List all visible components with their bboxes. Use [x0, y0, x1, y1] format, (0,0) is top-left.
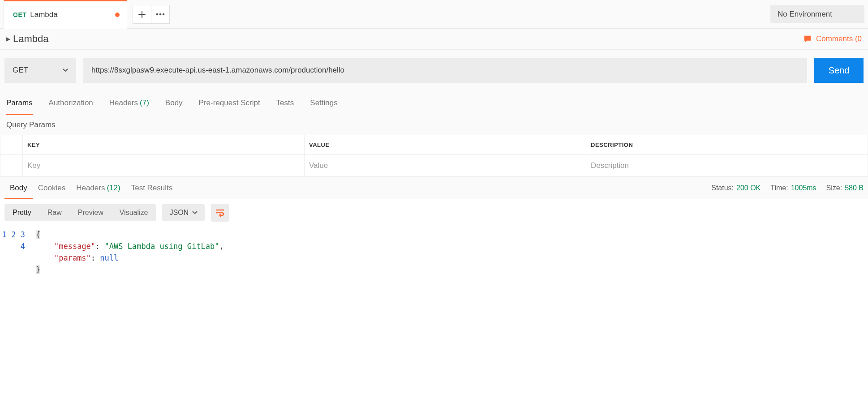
new-tab-button[interactable] [133, 5, 151, 24]
environment-label: No Environment [778, 10, 832, 19]
tab-body[interactable]: Body [165, 91, 183, 115]
response-body: 1 2 3 4 { "message": "AWS Lambda using G… [0, 226, 868, 293]
tab-headers[interactable]: Headers(7) [109, 91, 149, 115]
tab-tests[interactable]: Tests [276, 91, 294, 115]
method-value: GET [13, 66, 28, 75]
url-input[interactable] [83, 58, 807, 83]
resp-tab-body[interactable]: Body [4, 177, 33, 199]
params-table: KEY VALUE DESCRIPTION [0, 135, 868, 177]
col-value: VALUE [305, 135, 586, 155]
code-lines[interactable]: { "message": "AWS Lambda using GitLab", … [36, 229, 868, 275]
view-raw[interactable]: Raw [39, 204, 70, 221]
svg-point-1 [159, 13, 161, 15]
time: Time:1005ms [770, 184, 816, 192]
status: Status:200 OK [711, 184, 761, 192]
section-label: Query Params [0, 115, 868, 135]
tab-bar: GET Lambda No Environment [0, 0, 868, 29]
format-label: JSON [169, 209, 189, 217]
view-mode-group: Pretty Raw Preview Visualize [4, 204, 156, 221]
svg-point-0 [156, 13, 158, 15]
response-tabs: Body Cookies Headers(12) Test Results St… [0, 177, 868, 199]
comment-icon [803, 34, 812, 44]
plus-icon [138, 10, 146, 18]
method-select[interactable]: GET [4, 58, 76, 83]
collapse-icon[interactable]: ▶ [6, 36, 10, 42]
line-gutter: 1 2 3 4 [0, 229, 36, 275]
comments-button[interactable]: Comments (0 [803, 34, 862, 44]
table-row [0, 155, 868, 177]
tab-method: GET [13, 11, 26, 18]
tab-actions-button[interactable] [151, 5, 170, 24]
key-input[interactable] [27, 161, 300, 170]
tab-settings[interactable]: Settings [310, 91, 337, 115]
title-row: ▶ Lambda Comments (0 [0, 29, 868, 50]
resp-tab-cookies[interactable]: Cookies [33, 177, 71, 199]
size: Size:580 B [826, 184, 864, 192]
value-input[interactable] [309, 161, 581, 170]
unsaved-dot-icon [115, 13, 120, 17]
send-label: Send [829, 65, 850, 76]
resp-tab-headers[interactable]: Headers(12) [71, 177, 126, 199]
tab-prerequest[interactable]: Pre-request Script [199, 91, 260, 115]
view-preview[interactable]: Preview [70, 204, 112, 221]
svg-point-2 [162, 13, 164, 15]
request-name: Lambda [13, 33, 49, 45]
response-meta: Status:200 OK Time:1005ms Size:580 B [711, 184, 864, 192]
ellipsis-icon [156, 13, 165, 16]
comments-label: Comments (0 [816, 34, 862, 43]
view-toolbar: Pretty Raw Preview Visualize JSON [0, 199, 868, 226]
send-button[interactable]: Send [814, 58, 864, 83]
chevron-down-icon [63, 69, 68, 72]
resp-tab-tests[interactable]: Test Results [126, 177, 178, 199]
request-tabs: Params Authorization Headers(7) Body Pre… [0, 91, 868, 115]
tab-title: Lambda [30, 10, 57, 19]
col-handle [0, 135, 23, 155]
wrap-lines-button[interactable] [211, 204, 229, 222]
view-pretty[interactable]: Pretty [4, 204, 39, 221]
col-key: KEY [23, 135, 305, 155]
tab-params[interactable]: Params [6, 91, 33, 115]
environment-select[interactable]: No Environment [770, 5, 864, 23]
request-tab[interactable]: GET Lambda [4, 0, 127, 29]
col-desc: DESCRIPTION [586, 135, 868, 155]
wrap-icon [215, 209, 225, 217]
desc-input[interactable] [591, 161, 863, 170]
chevron-down-icon [192, 211, 198, 214]
view-visualize[interactable]: Visualize [112, 204, 156, 221]
tab-authorization[interactable]: Authorization [49, 91, 93, 115]
format-select[interactable]: JSON [162, 204, 205, 221]
url-bar: GET Send [0, 50, 868, 91]
